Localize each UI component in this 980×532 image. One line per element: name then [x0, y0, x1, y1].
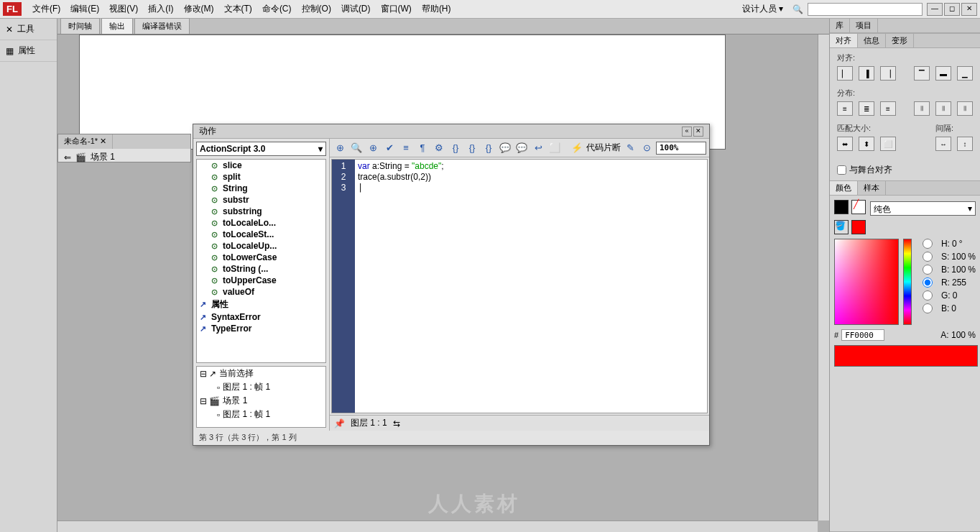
tab-swatches[interactable]: 样本: [858, 181, 886, 195]
b-radio[interactable]: [916, 265, 939, 275]
properties-button[interactable]: ▦属性: [0, 40, 57, 62]
minimize-button[interactable]: —: [927, 3, 943, 16]
comment-icon[interactable]: 💬: [498, 141, 512, 155]
method-substring[interactable]: substring: [197, 206, 325, 217]
menu-window[interactable]: 窗口(W): [376, 1, 417, 17]
sync-icon[interactable]: ⇆: [393, 418, 400, 428]
tree-layer1[interactable]: ▫ 图层 1 : 帧 1: [197, 380, 325, 394]
doc-tab[interactable]: 未命名-1* ✕: [58, 134, 113, 149]
align-hcenter[interactable]: ▐: [859, 66, 874, 81]
menu-commands[interactable]: 命令(C): [257, 1, 297, 17]
menu-control[interactable]: 控制(O): [297, 1, 336, 17]
match-width[interactable]: ⬌: [837, 137, 853, 151]
brace3-icon[interactable]: {}: [481, 141, 496, 155]
bv-radio[interactable]: [916, 303, 939, 313]
snippet-icon[interactable]: ⚡: [570, 141, 584, 155]
workspace-dropdown[interactable]: 设计人员 ▾: [737, 1, 788, 17]
method-tolocalest[interactable]: toLocaleSt...: [197, 229, 325, 240]
v-scrollbar[interactable]: [818, 35, 829, 520]
dist-left[interactable]: ⦀: [914, 101, 930, 116]
stroke-color[interactable]: [834, 200, 849, 214]
panel-collapse-icon[interactable]: «: [682, 127, 692, 137]
method-tostring[interactable]: toString (...: [197, 263, 325, 275]
tab-compiler[interactable]: 编译器错误: [134, 18, 190, 34]
pin-icon[interactable]: 📌: [334, 418, 345, 428]
tab-color[interactable]: 颜色: [830, 181, 858, 195]
align-bottom[interactable]: ▁: [957, 66, 973, 81]
method-slice[interactable]: slice: [197, 160, 325, 171]
expand-icon[interactable]: ⬜: [547, 141, 562, 155]
menu-file[interactable]: 文件(F): [27, 1, 65, 17]
tab-output[interactable]: 输出: [101, 18, 133, 34]
method-string[interactable]: String: [197, 183, 325, 194]
dist-vcenter[interactable]: ≣: [859, 101, 874, 116]
node-typeerror[interactable]: TypeError: [197, 323, 325, 334]
color-type-dropdown[interactable]: 纯色▾: [870, 201, 976, 216]
format-icon[interactable]: ≡: [399, 141, 413, 155]
tab-transform[interactable]: 变形: [886, 34, 914, 47]
r-radio[interactable]: [916, 278, 939, 288]
method-split[interactable]: split: [197, 171, 325, 183]
match-both[interactable]: ⬜: [880, 137, 896, 151]
align-right[interactable]: ▕: [880, 66, 896, 81]
align-vcenter[interactable]: ▬: [935, 66, 951, 81]
wand-icon[interactable]: ✎: [623, 141, 637, 155]
help-icon[interactable]: ⊙: [639, 141, 654, 155]
tab-info[interactable]: 信息: [858, 34, 886, 47]
as-version-dropdown[interactable]: ActionScript 3.0▾: [196, 142, 326, 156]
maximize-button[interactable]: ◻: [944, 3, 960, 16]
hue-slider[interactable]: [903, 239, 912, 325]
brace2-icon[interactable]: {}: [465, 141, 479, 155]
collapse-icon[interactable]: ↩: [531, 141, 545, 155]
menu-edit[interactable]: 编辑(E): [65, 1, 104, 17]
uncomment-icon[interactable]: 💬: [514, 141, 529, 155]
method-tolocaleup[interactable]: toLocaleUp...: [197, 240, 325, 252]
tab-timeline[interactable]: 时间轴: [60, 18, 100, 34]
tab-align[interactable]: 对齐: [830, 34, 858, 47]
brace1-icon[interactable]: {}: [448, 141, 463, 155]
method-tolowercase[interactable]: toLowerCase: [197, 252, 325, 263]
find-icon[interactable]: 🔍: [349, 141, 364, 155]
dist-hcenter[interactable]: ⦀: [935, 101, 951, 116]
snippet-label[interactable]: 代码片断: [586, 142, 621, 154]
menu-modify[interactable]: 修改(M): [179, 1, 219, 17]
check-icon[interactable]: ✔: [382, 141, 397, 155]
method-list[interactable]: slice split String substr substring toLo…: [196, 159, 326, 363]
color-field[interactable]: [834, 239, 899, 325]
dist-bottom[interactable]: ≡: [880, 101, 896, 116]
node-syntaxerror[interactable]: SyntaxError: [197, 311, 325, 323]
dist-top[interactable]: ≡: [837, 101, 853, 116]
menu-view[interactable]: 视图(V): [104, 1, 143, 17]
no-stroke[interactable]: ╱: [851, 200, 866, 214]
fill-color[interactable]: [851, 220, 866, 234]
panel-close-icon[interactable]: ✕: [693, 127, 703, 137]
menu-debug[interactable]: 调试(D): [336, 1, 376, 17]
menu-text[interactable]: 文本(T): [219, 1, 257, 17]
method-substr[interactable]: substr: [197, 194, 325, 206]
search-input[interactable]: [808, 3, 923, 16]
tree-layer2[interactable]: ▫ 图层 1 : 帧 1: [197, 408, 325, 421]
tree-scene[interactable]: ⊟ 🎬 场景 1: [197, 394, 325, 408]
add-icon[interactable]: ⊕: [333, 141, 347, 155]
method-valueof[interactable]: valueOf: [197, 286, 325, 298]
hint-icon[interactable]: ¶: [415, 141, 430, 155]
menu-insert[interactable]: 插入(I): [143, 1, 178, 17]
fill-tool[interactable]: 🪣: [834, 220, 849, 234]
code-editor[interactable]: 1 2 3 var a:String = "abcde"; trace(a.su…: [331, 159, 708, 413]
close-button[interactable]: ✕: [961, 3, 977, 16]
s-radio[interactable]: [916, 252, 939, 262]
stage-align-check[interactable]: [837, 165, 846, 175]
target-icon[interactable]: ⊕: [366, 141, 380, 155]
method-tolocalelo[interactable]: toLocaleLo...: [197, 217, 325, 229]
selection-tree[interactable]: ⊟ ↗ 当前选择 ▫ 图层 1 : 帧 1 ⊟ 🎬 场景 1 ▫ 图层 1 : …: [196, 366, 326, 428]
back-arrow-icon[interactable]: ⇐: [64, 152, 71, 162]
g-radio[interactable]: [916, 290, 939, 301]
footer-layer[interactable]: 图层 1 : 1: [351, 417, 387, 429]
tree-current[interactable]: ⊟ ↗ 当前选择: [197, 367, 325, 380]
align-top[interactable]: ▔: [914, 66, 930, 81]
dist-right[interactable]: ⦀: [957, 101, 973, 116]
tools-button[interactable]: ✕工具: [0, 19, 57, 40]
hex-input[interactable]: [841, 329, 884, 341]
gap-h[interactable]: ↔: [935, 137, 951, 151]
debug-icon[interactable]: ⚙: [432, 141, 446, 155]
